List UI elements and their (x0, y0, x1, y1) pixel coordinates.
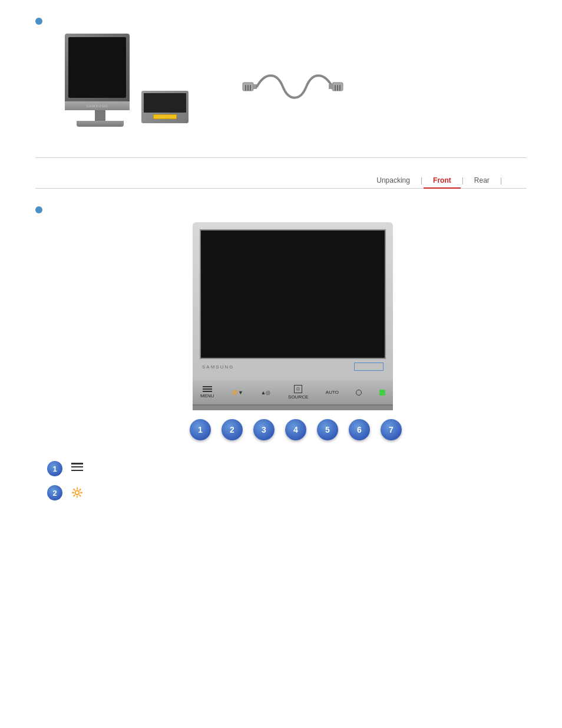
tab-sep-1: | (419, 173, 424, 188)
top-section: SAMSUNG (0, 0, 562, 151)
svg-rect-4 (245, 85, 246, 91)
num-btn-7[interactable]: 7 (381, 419, 402, 440)
source-control: ⊡ SOURCE (288, 385, 308, 400)
menu-control: MENU (200, 386, 214, 398)
monitor-main-image: SAMSUNG (65, 34, 135, 122)
num-btn-5[interactable]: 5 (317, 419, 338, 440)
desc-item-2: 2 🔆 (47, 485, 527, 500)
monitor-front-view: SAMSUNG (193, 222, 393, 380)
control-panel: MENU 🔆▼ ▲◎ ⊡ SOURCE AUTO (193, 380, 393, 406)
desc-bullet-2: 2 (47, 485, 62, 500)
desc-bullet-1: 1 (47, 461, 62, 476)
auto-label: AUTO (326, 390, 339, 395)
tab-sep-3: | (499, 173, 503, 188)
num-btn-6[interactable]: 6 (349, 419, 370, 440)
number-buttons-row: 1 2 3 4 5 6 7 (190, 419, 402, 440)
desc-content-1 (71, 461, 83, 471)
led-indicator (379, 390, 385, 396)
desc-brightness-icon: 🔆 (71, 487, 83, 498)
monitor-product-image: SAMSUNG (59, 34, 189, 140)
num-btn-2[interactable]: 2 (222, 419, 243, 440)
front-bullet (35, 206, 42, 213)
top-images-row: SAMSUNG (59, 34, 527, 140)
front-section: SAMSUNG MENU 🔆▼ ▲◎ (0, 200, 562, 452)
auto-control: AUTO (326, 390, 339, 395)
updown-control: ▲◎ (261, 390, 271, 396)
menu-label: MENU (200, 393, 214, 398)
brightness-control: 🔆▼ (232, 390, 243, 396)
tab-rear[interactable]: Rear (465, 173, 499, 188)
middle-section: Unpacking | Front | Rear | (0, 164, 562, 200)
brightness-icon: 🔆▼ (232, 390, 243, 396)
monitor-small-image (141, 91, 189, 123)
tab-navigation: Unpacking | Front | Rear | (35, 173, 527, 189)
svg-rect-8 (337, 85, 338, 91)
power-icon (356, 390, 362, 396)
svg-rect-3 (329, 84, 333, 89)
power-control (356, 390, 362, 396)
control-panel-bottom (193, 406, 393, 410)
monitor-brand-area: SAMSUNG (200, 359, 386, 373)
num-btn-3[interactable]: 3 (253, 419, 275, 440)
source-icon: ⊡ (294, 385, 302, 393)
svg-rect-9 (339, 85, 340, 91)
top-bullet-1 (35, 18, 42, 25)
monitor-brand-label: SAMSUNG (202, 364, 234, 370)
control-panel-inner: MENU 🔆▼ ▲◎ ⊡ SOURCE AUTO (197, 383, 388, 401)
num-btn-1[interactable]: 1 (190, 419, 211, 440)
tab-unpacking[interactable]: Unpacking (367, 173, 419, 188)
source-label: SOURCE (288, 394, 308, 400)
desc-menu-icon (71, 463, 83, 471)
desc-item-1: 1 (47, 461, 527, 476)
updown-icon: ▲◎ (261, 390, 271, 396)
monitor-indicator-box (354, 363, 384, 371)
num-btn-4[interactable]: 4 (285, 419, 306, 440)
svg-rect-6 (250, 85, 251, 91)
tab-sep-2: | (461, 173, 465, 188)
led-icon (379, 390, 385, 396)
svg-rect-5 (247, 85, 249, 91)
desc-content-2: 🔆 (71, 485, 83, 498)
cable-image (236, 63, 353, 110)
section-divider (35, 157, 527, 158)
monitor-front-wrapper: SAMSUNG MENU 🔆▼ ▲◎ (59, 222, 527, 440)
svg-rect-7 (335, 85, 336, 91)
tab-front[interactable]: Front (424, 173, 461, 188)
menu-icon (203, 386, 212, 392)
monitor-screen (200, 229, 386, 359)
description-section: 1 2 🔆 (0, 452, 562, 515)
